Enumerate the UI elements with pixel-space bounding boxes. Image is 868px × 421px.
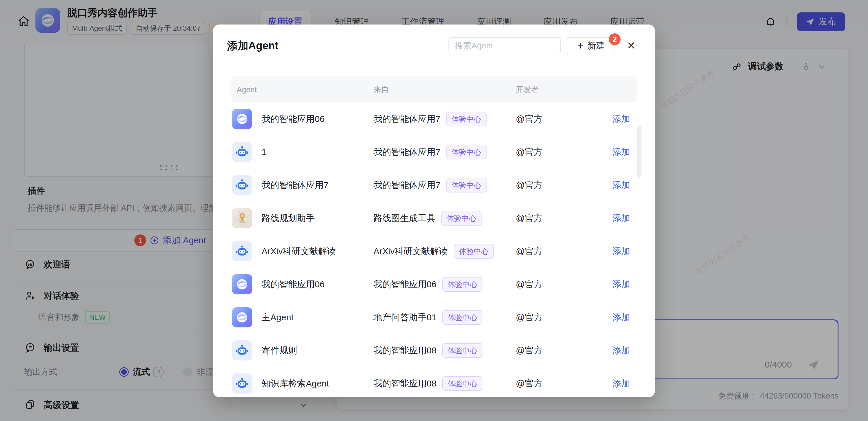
- agent-from: 我的智能体应用7: [373, 179, 440, 191]
- add-link[interactable]: 添加: [590, 278, 637, 291]
- agent-developer: @官方: [516, 113, 590, 125]
- robot-avatar-icon: [232, 142, 252, 162]
- table-row: 知识库检索Agent 我的智能应用08 体验中心 @官方 添加: [231, 367, 637, 397]
- add-link[interactable]: 添加: [590, 113, 637, 125]
- experience-center-badge: 体验中心: [442, 277, 483, 292]
- agent-name: 我的智能应用06: [261, 278, 324, 291]
- experience-center-badge: 体验中心: [441, 211, 482, 225]
- agent-from: 地产问答助手01: [373, 311, 436, 324]
- agent-table-header: Agent 来自 开发者: [231, 77, 637, 102]
- swirl-avatar-icon: [232, 307, 252, 327]
- col-header-from: 来自: [373, 85, 516, 95]
- agent-from: 我的智能体应用7: [373, 113, 440, 125]
- swirl-avatar-icon: [232, 109, 252, 129]
- step-badge-2: 2: [609, 33, 621, 45]
- agent-from: 我的智能应用06: [373, 278, 436, 291]
- agent-name: 路线规划助手: [261, 212, 315, 224]
- agent-name: 寄件规则: [261, 344, 297, 357]
- agent-name: 主Agent: [261, 311, 293, 324]
- robot-avatar-icon: [232, 373, 252, 394]
- add-link[interactable]: 添加: [590, 179, 637, 191]
- agent-search-input[interactable]: [449, 41, 562, 51]
- close-icon[interactable]: ✕: [625, 40, 637, 52]
- agent-developer: @官方: [516, 311, 590, 324]
- agent-from: ArXiv科研文献解读: [373, 245, 448, 258]
- experience-center-badge: 体验中心: [446, 178, 487, 192]
- modal-title: 添加Agent: [227, 39, 278, 53]
- agent-search-box: [448, 37, 561, 54]
- add-link[interactable]: 添加: [590, 212, 637, 224]
- robot-avatar-icon: [232, 340, 252, 360]
- agent-from: 路线图生成工具: [373, 212, 435, 224]
- add-link[interactable]: 添加: [590, 378, 637, 390]
- table-row: 主Agent 地产问答助手01 体验中心 @官方 添加: [231, 301, 637, 334]
- add-link[interactable]: 添加: [590, 146, 637, 158]
- experience-center-badge: 体验中心: [446, 145, 487, 159]
- swirl-avatar-icon: [232, 274, 252, 294]
- experience-center-badge: 体验中心: [442, 343, 483, 358]
- agent-table-body: 我的智能应用06 我的智能体应用7 体验中心 @官方 添加 1 我的智能体: [231, 102, 637, 397]
- table-row: 路线规划助手 路线图生成工具 体验中心 @官方 添加: [231, 202, 637, 235]
- agent-name: 1: [261, 147, 267, 157]
- robot-avatar-icon: [232, 241, 252, 261]
- add-link[interactable]: 添加: [590, 245, 637, 258]
- table-row: 我的智能体应用7 我的智能体应用7 体验中心 @官方 添加: [231, 169, 637, 202]
- agent-from: 我的智能应用08: [373, 378, 436, 390]
- agent-developer: @官方: [516, 146, 590, 158]
- agent-name: ArXiv科研文献解读: [261, 245, 336, 258]
- agent-developer: @官方: [516, 378, 590, 390]
- agent-table: Agent 来自 开发者 我的智能应用06 我的智能体应用7 体验中心 @官方 …: [231, 77, 637, 397]
- map-avatar-icon: [232, 208, 252, 228]
- add-link[interactable]: 添加: [590, 311, 637, 324]
- table-row: ArXiv科研文献解读 ArXiv科研文献解读 体验中心 @官方 添加: [231, 235, 637, 268]
- agent-from: 我的智能体应用7: [373, 146, 440, 158]
- agent-developer: @官方: [516, 179, 590, 191]
- agent-developer: @官方: [516, 212, 590, 224]
- new-agent-label: 新建: [588, 40, 604, 52]
- table-row: 我的智能应用06 我的智能应用06 体验中心 @官方 添加: [231, 268, 637, 301]
- agent-name: 我的智能应用06: [261, 113, 324, 125]
- agent-developer: @官方: [516, 344, 590, 357]
- add-link[interactable]: 添加: [590, 344, 637, 357]
- agent-from: 我的智能应用08: [373, 344, 436, 357]
- table-row: 1 我的智能体应用7 体验中心 @官方 添加: [231, 136, 637, 169]
- table-row: 寄件规则 我的智能应用08 体验中心 @官方 添加: [231, 334, 637, 367]
- agent-developer: @官方: [516, 278, 590, 291]
- modal-scrollbar[interactable]: [637, 126, 642, 178]
- new-agent-button[interactable]: 新建: [566, 37, 615, 54]
- plus-icon: [576, 41, 585, 50]
- experience-center-badge: 体验中心: [454, 244, 494, 259]
- agent-developer: @官方: [516, 245, 590, 258]
- agent-name: 知识库检索Agent: [261, 378, 329, 390]
- add-agent-modal: 添加Agent 新建 2 ✕ Agent 来自 开发者: [213, 25, 655, 397]
- app-page: 脱口秀内容创作助手 Multi-Agent模式 自动保存于 20:34:07 待…: [0, 0, 868, 421]
- col-header-developer: 开发者: [516, 85, 590, 95]
- agent-name: 我的智能体应用7: [261, 179, 329, 191]
- robot-avatar-icon: [232, 175, 252, 195]
- col-header-agent: Agent: [231, 85, 373, 94]
- experience-center-badge: 体验中心: [442, 376, 483, 391]
- table-row: 我的智能应用06 我的智能体应用7 体验中心 @官方 添加: [231, 102, 637, 136]
- experience-center-badge: 体验中心: [446, 112, 487, 126]
- experience-center-badge: 体验中心: [442, 310, 483, 325]
